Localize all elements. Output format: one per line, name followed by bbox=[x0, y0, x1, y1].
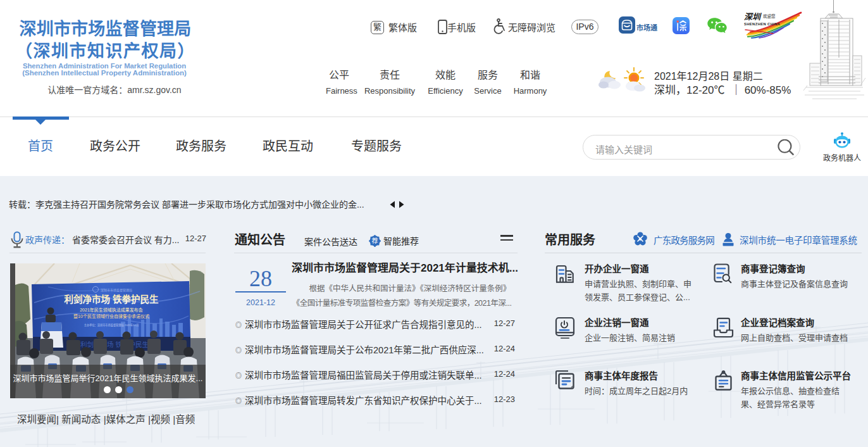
svg-text:荐: 荐 bbox=[372, 237, 378, 244]
svg-text:利剑净市场 铁拳护民生: 利剑净市场 铁拳护民生 bbox=[64, 294, 159, 305]
svg-text:深圳市市场监督管理局: 深圳市市场监督管理局 bbox=[101, 288, 132, 293]
svg-text:利剑净市场 铁拳护民生: 利剑净市场 铁拳护民生 bbox=[80, 341, 149, 348]
svg-text:欢迎您: 欢迎您 bbox=[763, 13, 776, 19]
svg-text:深圳: 深圳 bbox=[744, 12, 762, 22]
svg-text:暨10个民生领域行业自律集中承诺仪式: 暨10个民生领域行业自律集中承诺仪式 bbox=[73, 313, 149, 319]
svg-text:2021年民生领域执法成果发布会: 2021年民生领域执法成果发布会 bbox=[80, 307, 143, 313]
svg-text:SHENZHEN CHINA: SHENZHEN CHINA bbox=[744, 22, 781, 26]
svg-text:主办单位：深圳市市场监督管理局 2021年12月: 主办单位：深圳市市场监督管理局 2021年12月 bbox=[84, 323, 139, 327]
